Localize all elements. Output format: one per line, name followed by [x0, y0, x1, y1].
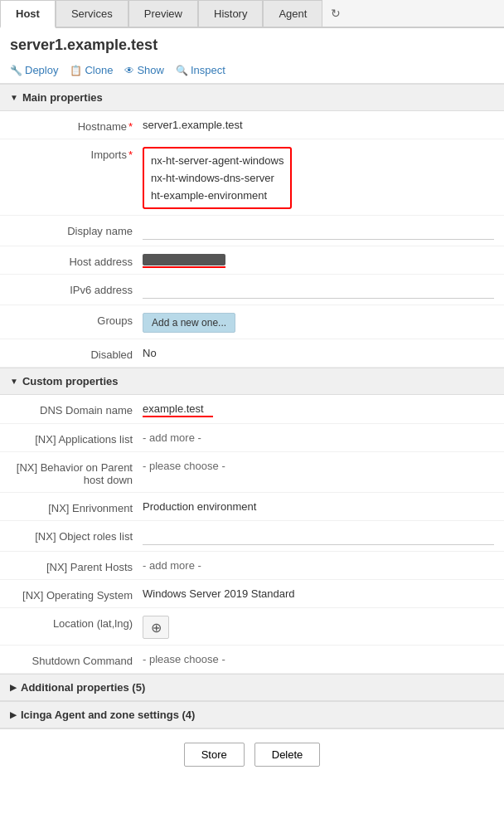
- shutdown-command-text: - please choose -: [143, 653, 225, 665]
- environment-label: [NX] Enrivonment: [10, 499, 143, 514]
- display-name-label: Display name: [10, 222, 143, 237]
- dns-domain-label: DNS Domain name: [10, 401, 143, 417]
- store-button[interactable]: Store: [184, 743, 245, 767]
- additional-properties-arrow: ▶: [10, 683, 17, 692]
- inspect-label: Inspect: [191, 64, 225, 76]
- dns-domain-row: DNS Domain name example.test: [0, 395, 504, 424]
- host-address-label: Host address: [10, 252, 143, 268]
- behavior-parent-row: [NX] Behavior on Parenthost down - pleas…: [0, 452, 504, 493]
- object-roles-row: [NX] Object roles list: [0, 521, 504, 552]
- groups-value: Add a new one...: [143, 311, 494, 333]
- import-item-1: nx-ht-windows-dns-server: [151, 169, 284, 187]
- imports-label: Imports: [10, 145, 143, 161]
- redacted-bar: [143, 254, 225, 266]
- hostname-label: Hostname: [10, 117, 143, 133]
- tab-host[interactable]: Host: [0, 0, 56, 28]
- shutdown-command-row: Shutdown Command - please choose -: [0, 646, 504, 674]
- add-group-button[interactable]: Add a new one...: [143, 313, 235, 333]
- behavior-parent-label-text: [NX] Behavior on Parenthost down: [17, 461, 133, 486]
- applications-list-text: - add more -: [143, 431, 201, 444]
- shutdown-command-value: - please choose -: [143, 651, 494, 665]
- disabled-value: No: [143, 345, 494, 359]
- tab-bar: Host Services Preview History Agent ↻: [0, 0, 504, 28]
- custom-properties-arrow: ▼: [10, 377, 18, 386]
- deploy-icon: 🔧: [10, 65, 22, 76]
- page-title: server1.example.test: [0, 28, 504, 61]
- shutdown-command-label: Shutdown Command: [10, 651, 143, 667]
- os-value: Windows Server 2019 Standard: [143, 586, 494, 600]
- disabled-text: No: [143, 347, 157, 359]
- disabled-row: Disabled No: [0, 339, 504, 368]
- location-label: Location (lat,lng): [10, 614, 143, 630]
- tab-agent[interactable]: Agent: [263, 0, 322, 27]
- host-address-underline: [143, 266, 225, 268]
- groups-label: Groups: [10, 311, 143, 327]
- ipv6-label: IPv6 address: [10, 280, 143, 296]
- icinga-settings-title: Icinga Agent and zone settings (4): [21, 709, 195, 721]
- environment-text: Production environment: [143, 500, 256, 513]
- custom-properties-title: Custom properties: [22, 375, 119, 387]
- behavior-parent-value: - please choose -: [143, 458, 494, 472]
- parent-hosts-row: [NX] Parent Hosts - add more -: [0, 552, 504, 580]
- show-label: Show: [137, 64, 164, 76]
- dns-domain-underline: [143, 416, 213, 417]
- imports-row: Imports nx-ht-server-agent-windows nx-ht…: [0, 139, 504, 216]
- delete-button[interactable]: Delete: [254, 743, 321, 767]
- groups-row: Groups Add a new one...: [0, 305, 504, 339]
- additional-properties-header[interactable]: ▶ Additional properties (5): [0, 674, 504, 701]
- show-icon: 👁: [124, 65, 134, 76]
- import-item-2: ht-example-environment: [151, 187, 284, 204]
- display-name-field[interactable]: [143, 223, 494, 240]
- host-address-row: Host address: [0, 246, 504, 275]
- main-properties-title: Main properties: [22, 91, 103, 104]
- location-row: Location (lat,lng) ⊕: [0, 608, 504, 646]
- applications-list-value: - add more -: [143, 430, 494, 444]
- object-roles-value: [143, 527, 494, 545]
- deploy-label: Deploy: [25, 64, 58, 76]
- object-roles-field[interactable]: [143, 529, 494, 545]
- ipv6-row: IPv6 address: [0, 275, 504, 305]
- display-name-row: Display name: [0, 216, 504, 246]
- location-map-icon: ⊕: [151, 620, 162, 636]
- tab-services[interactable]: Services: [56, 0, 128, 27]
- os-label: [NX] Operating System: [10, 586, 143, 602]
- os-text: Windows Server 2019 Standard: [143, 587, 295, 600]
- hostname-row: Hostname server1.example.test: [0, 111, 504, 139]
- parent-hosts-label: [NX] Parent Hosts: [10, 558, 143, 573]
- environment-value: Production environment: [143, 499, 494, 513]
- object-roles-label: [NX] Object roles list: [10, 527, 143, 543]
- behavior-parent-label: [NX] Behavior on Parenthost down: [10, 458, 143, 486]
- tab-history[interactable]: History: [198, 0, 263, 27]
- environment-row: [NX] Enrivonment Production environment: [0, 493, 504, 521]
- deploy-link[interactable]: 🔧 Deploy: [10, 64, 58, 76]
- action-bar: 🔧 Deploy 📋 Clone 👁 Show 🔍 Inspect: [0, 61, 504, 84]
- icinga-settings-header[interactable]: ▶ Icinga Agent and zone settings (4): [0, 701, 504, 728]
- clone-link[interactable]: 📋 Clone: [70, 64, 113, 76]
- dns-domain-value: example.test: [143, 401, 494, 417]
- hostname-value: server1.example.test: [143, 117, 494, 131]
- os-row: [NX] Operating System Windows Server 201…: [0, 580, 504, 608]
- main-properties-header[interactable]: ▼ Main properties: [0, 84, 504, 111]
- inspect-link[interactable]: 🔍 Inspect: [176, 64, 225, 76]
- ipv6-field[interactable]: [143, 282, 494, 299]
- tab-preview[interactable]: Preview: [128, 0, 198, 27]
- icinga-settings-arrow: ▶: [10, 710, 17, 719]
- location-map-button[interactable]: ⊕: [143, 616, 169, 639]
- additional-properties-title: Additional properties (5): [21, 681, 145, 694]
- imports-box: nx-ht-server-agent-windows nx-ht-windows…: [143, 147, 292, 209]
- applications-list-label: [NX] Applications list: [10, 430, 143, 446]
- clone-label: Clone: [85, 64, 113, 76]
- dns-domain-text: example.test: [143, 402, 494, 415]
- applications-list-row: [NX] Applications list - add more -: [0, 424, 504, 452]
- show-link[interactable]: 👁 Show: [124, 64, 164, 76]
- host-address-value: [143, 252, 494, 268]
- display-name-value: [143, 222, 494, 240]
- location-value: ⊕: [143, 614, 494, 639]
- behavior-parent-text: - please choose -: [143, 460, 225, 472]
- parent-hosts-text: - add more -: [143, 559, 201, 572]
- clone-icon: 📋: [70, 65, 82, 76]
- ipv6-value: [143, 280, 494, 299]
- inspect-icon: 🔍: [176, 65, 188, 76]
- refresh-button[interactable]: ↻: [322, 0, 349, 27]
- custom-properties-header[interactable]: ▼ Custom properties: [0, 368, 504, 395]
